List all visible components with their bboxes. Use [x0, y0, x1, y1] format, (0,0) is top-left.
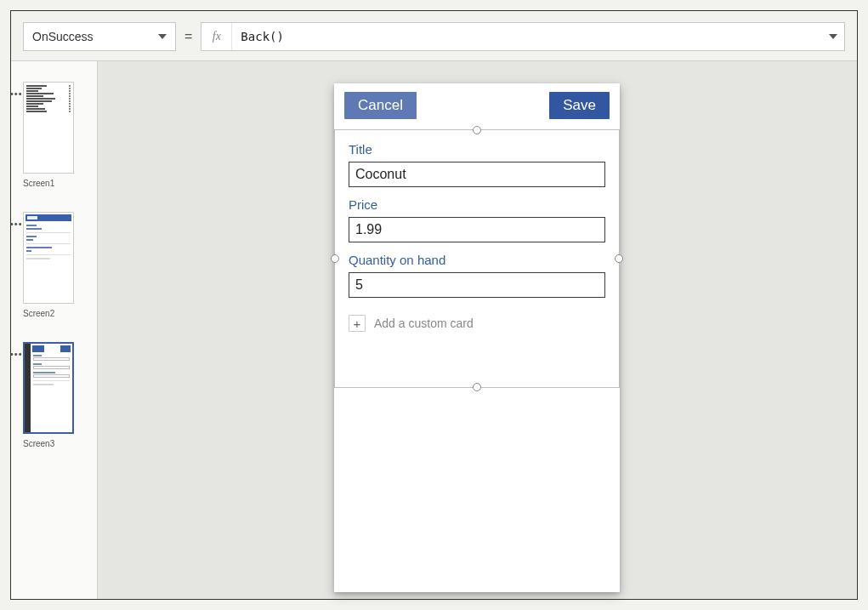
thumb-screen3[interactable]: •••	[11, 342, 97, 448]
thumb-screen1-preview	[23, 82, 74, 174]
fx-icon: fx	[201, 23, 232, 50]
edit-form: Title Price Quantity on hand	[335, 130, 619, 298]
plus-icon: +	[349, 315, 366, 332]
formula-box: fx Back()	[201, 22, 845, 51]
add-custom-card-label: Add a custom card	[374, 316, 474, 330]
field-title: Title	[349, 142, 605, 187]
add-custom-card[interactable]: + Add a custom card	[335, 308, 619, 332]
thumb-screen3-label: Screen3	[23, 439, 97, 448]
formula-input[interactable]: Back()	[232, 23, 822, 50]
thumb-screen2-preview	[23, 212, 74, 304]
chevron-down-icon	[158, 34, 167, 39]
field-price-input[interactable]	[349, 217, 605, 242]
main-area: ••• Scree	[11, 60, 857, 599]
more-icon[interactable]: •••	[10, 88, 23, 99]
field-price: Price	[349, 197, 605, 242]
equals-label: =	[183, 22, 194, 51]
thumb-screen3-preview	[23, 342, 74, 434]
thumb-screen2-label: Screen2	[23, 309, 97, 318]
canvas[interactable]: Cancel Save Title Price	[98, 61, 857, 599]
resize-handle-top[interactable]	[473, 126, 481, 134]
resize-handle-right[interactable]	[615, 254, 623, 263]
thumb-screen1-label: Screen1	[23, 179, 97, 188]
field-qty: Quantity on hand	[349, 253, 605, 298]
formula-bar: OnSuccess = fx Back()	[23, 22, 845, 51]
chevron-down-icon	[829, 34, 837, 39]
field-qty-label: Quantity on hand	[349, 253, 605, 267]
more-icon[interactable]: •••	[10, 349, 23, 359]
save-button[interactable]: Save	[549, 92, 610, 119]
resize-handle-bottom[interactable]	[473, 383, 481, 391]
edit-form-selection[interactable]: Title Price Quantity on hand	[334, 129, 620, 388]
property-selector[interactable]: OnSuccess	[23, 22, 176, 51]
phone-header: Cancel Save	[334, 83, 620, 128]
property-selector-value: OnSuccess	[32, 30, 94, 43]
formula-dropdown[interactable]	[822, 23, 844, 50]
field-title-input[interactable]	[349, 162, 605, 187]
more-icon[interactable]: •••	[10, 219, 23, 229]
field-title-label: Title	[349, 142, 605, 157]
thumb-screen1[interactable]: ••• Scree	[11, 82, 97, 188]
field-qty-input[interactable]	[349, 272, 605, 298]
phone-screen: Cancel Save Title Price	[334, 83, 620, 592]
app-frame: OnSuccess = fx Back() •••	[10, 10, 858, 600]
resize-handle-left[interactable]	[331, 254, 339, 263]
screen-thumbnails-panel: ••• Scree	[11, 61, 98, 599]
cancel-button[interactable]: Cancel	[344, 92, 417, 119]
thumb-screen2[interactable]: ••• Screen2	[11, 212, 97, 318]
field-price-label: Price	[349, 197, 605, 212]
